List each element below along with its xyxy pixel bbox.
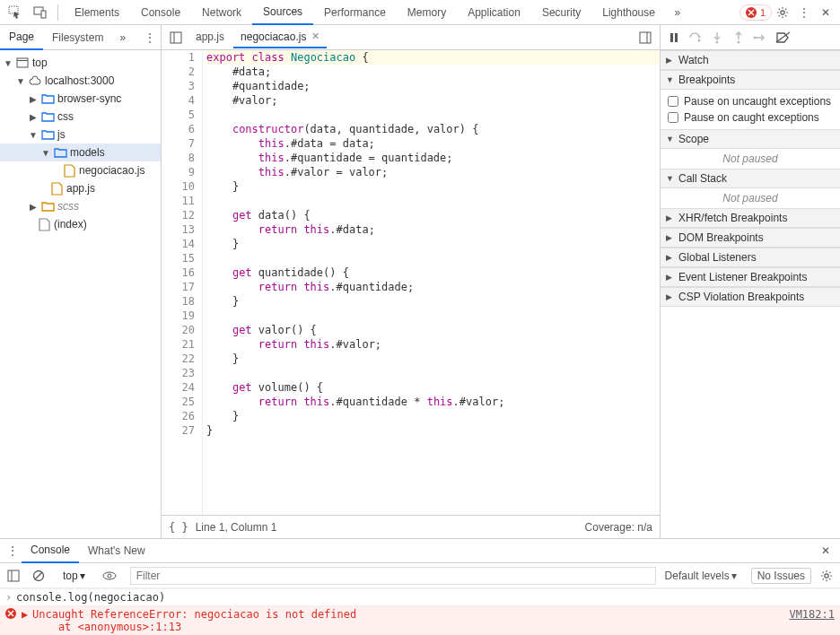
error-count-badge[interactable]: 1 [739, 4, 772, 21]
callstack-not-paused: Not paused [661, 188, 840, 208]
tab-lighthouse[interactable]: Lighthouse [591, 0, 666, 25]
tree-label: scss [57, 200, 79, 213]
tab-performance[interactable]: Performance [313, 0, 397, 25]
tree-label: localhost:3000 [45, 74, 114, 87]
tree-node-index[interactable]: (index) [0, 215, 161, 233]
tab-sources[interactable]: Sources [252, 0, 313, 25]
step-out-icon[interactable] [729, 28, 748, 48]
section-callstack[interactable]: ▼Call Stack [661, 169, 840, 188]
svg-rect-9 [670, 33, 673, 42]
svg-point-26 [108, 574, 111, 578]
step-icon[interactable] [750, 28, 770, 48]
navigator-tab-filesystem[interactable]: Filesystem [43, 25, 112, 50]
console-error-line[interactable]: ▶ Uncaught ReferenceError: negociacao is… [0, 605, 840, 635]
inspect-element-icon[interactable] [4, 1, 27, 24]
tree-node-js[interactable]: ▼ js [0, 126, 161, 144]
debugger-panel: ▶Watch ▼Breakpoints Pause on uncaught ex… [661, 50, 840, 538]
section-event[interactable]: ▶Event Listener Breakpoints [661, 267, 840, 287]
issues-badge[interactable]: No Issues [751, 568, 811, 584]
pause-icon[interactable] [664, 28, 684, 48]
js-file-icon [63, 164, 75, 177]
section-csp[interactable]: ▶CSP Violation Breakpoints [661, 287, 840, 307]
drawer-kebab-icon[interactable]: ⋮ [4, 544, 22, 557]
settings-icon[interactable] [772, 2, 793, 23]
section-watch[interactable]: ▶Watch [661, 50, 840, 70]
section-xhr[interactable]: ▶XHR/fetch Breakpoints [661, 208, 840, 228]
error-message: Uncaught ReferenceError: negociacao is n… [32, 608, 356, 633]
navigator-kebab-icon[interactable]: ⋮ [139, 31, 161, 44]
tab-application[interactable]: Application [457, 0, 531, 25]
device-toggle-icon[interactable] [29, 1, 52, 24]
sources-sub-toolbar: Page Filesystem » ⋮ app.js negociacao.js… [0, 25, 840, 50]
code-editor[interactable]: 1234567891011121314151617181920212223242… [162, 50, 660, 515]
folder-icon [41, 200, 54, 213]
pause-caught-checkbox[interactable] [668, 112, 678, 123]
close-devtools-icon[interactable]: ✕ [815, 2, 836, 23]
tree-node-top[interactable]: ▼ top [0, 54, 161, 72]
context-selector[interactable]: top▾ [59, 570, 89, 582]
navigator-more-icon[interactable]: » [116, 31, 129, 44]
editor-tabs: app.js negociacao.js ✕ [162, 25, 661, 49]
console-filter-input[interactable] [130, 567, 656, 585]
editor-area: 1234567891011121314151617181920212223242… [162, 50, 661, 538]
step-over-icon[interactable] [686, 28, 705, 48]
live-expression-icon[interactable] [100, 566, 119, 586]
file-tab-appjs[interactable]: app.js [188, 27, 232, 48]
kebab-menu-icon[interactable]: ⋮ [793, 2, 815, 23]
file-tab-label: app.js [196, 30, 224, 43]
close-tab-icon[interactable]: ✕ [311, 30, 319, 42]
chevron-down-icon: ▾ [731, 570, 737, 582]
file-tab-negociacaojs[interactable]: negociacao.js ✕ [233, 27, 327, 48]
section-breakpoints[interactable]: ▼Breakpoints [661, 70, 840, 90]
drawer-tabs: ⋮ Console What's New ✕ [0, 538, 840, 563]
error-source-link[interactable]: VM182:1 [789, 608, 835, 621]
tree-node-models[interactable]: ▼ models [0, 144, 161, 161]
section-global[interactable]: ▶Global Listeners [661, 248, 840, 267]
svg-line-24 [35, 572, 42, 579]
tree-node-browsersync[interactable]: ▶ browser-sync [0, 90, 161, 108]
clear-console-icon[interactable] [29, 566, 48, 586]
tree-node-scss[interactable]: ▶ scss [0, 197, 161, 215]
tab-console[interactable]: Console [130, 0, 191, 25]
code-content[interactable]: export class Negociacao { #data; #quanti… [203, 50, 660, 515]
tab-security[interactable]: Security [531, 0, 591, 25]
svg-point-15 [738, 40, 740, 43]
log-levels-selector[interactable]: Default levels▾ [661, 570, 740, 582]
tree-node-origin[interactable]: ▼ localhost:3000 [0, 72, 161, 90]
pause-uncaught-checkbox[interactable] [668, 96, 678, 107]
toggle-navigator-icon[interactable] [165, 27, 187, 48]
tree-label: models [70, 146, 105, 159]
debugger-controls [661, 25, 840, 49]
pretty-print-icon[interactable]: { } [169, 521, 188, 534]
drawer-tab-whatsnew[interactable]: What's New [79, 538, 154, 563]
navigator-tab-page[interactable]: Page [0, 25, 43, 50]
drawer-tab-console[interactable]: Console [22, 538, 79, 563]
section-dom[interactable]: ▶DOM Breakpoints [661, 228, 840, 248]
console-settings-icon[interactable] [817, 566, 836, 586]
tree-node-css[interactable]: ▶ css [0, 108, 161, 126]
tree-node-appjs[interactable]: app.js [0, 179, 161, 197]
tree-label: js [57, 128, 66, 141]
drawer-close-icon[interactable]: ✕ [815, 544, 836, 557]
tree-node-negociacaojs[interactable]: negociacao.js [0, 161, 161, 179]
console-input-line[interactable]: › console.log(negociacao) [0, 588, 840, 605]
svg-rect-7 [640, 32, 651, 43]
more-tabs-icon[interactable]: » [666, 1, 689, 24]
tab-memory[interactable]: Memory [397, 0, 457, 25]
svg-rect-10 [675, 33, 678, 42]
file-tree[interactable]: ▼ top ▼ localhost:3000 ▶ browser-sync ▶ … [0, 50, 162, 538]
input-chevron-icon: › [5, 591, 16, 604]
toggle-debugger-icon[interactable] [634, 27, 656, 48]
chevron-down-icon: ▾ [80, 570, 85, 582]
tab-elements[interactable]: Elements [64, 0, 130, 25]
console-messages[interactable]: › console.log(negociacao) ▶ Uncaught Ref… [0, 588, 840, 635]
step-into-icon[interactable] [707, 28, 727, 48]
file-tab-label: negociacao.js [241, 30, 306, 43]
console-sidebar-icon[interactable] [4, 566, 23, 586]
section-scope[interactable]: ▼Scope [661, 129, 840, 149]
expand-chevron-icon[interactable]: ▶ [22, 608, 32, 621]
tab-network[interactable]: Network [191, 0, 252, 25]
deactivate-breakpoints-icon[interactable] [774, 28, 793, 48]
svg-rect-21 [8, 570, 19, 581]
main-area: ▼ top ▼ localhost:3000 ▶ browser-sync ▶ … [0, 50, 840, 538]
